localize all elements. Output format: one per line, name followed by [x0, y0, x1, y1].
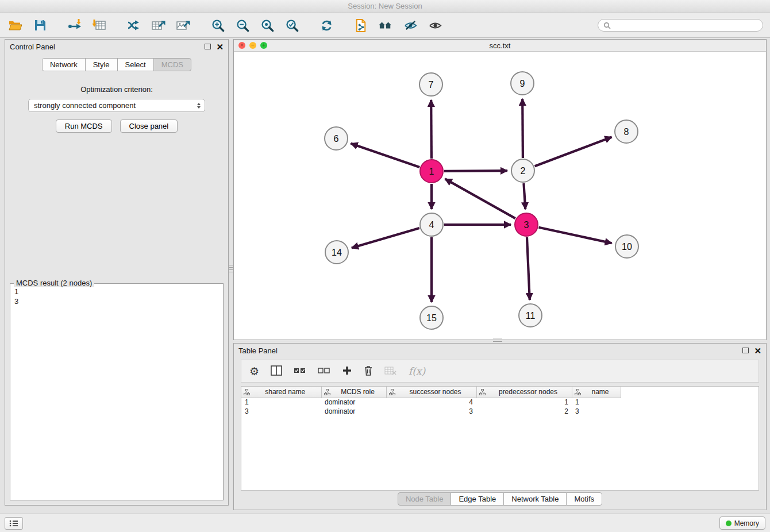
optimization-criterion-select[interactable]: strongly connected component: [28, 99, 205, 112]
memory-button[interactable]: Memory: [719, 516, 765, 530]
optimization-label: Optimization criterion:: [5, 85, 228, 94]
column-header-MCDS-role[interactable]: MCDS role: [321, 387, 386, 398]
table-cell[interactable]: dominator: [321, 407, 386, 416]
column-header-shared-name[interactable]: shared name: [241, 387, 321, 398]
search-input[interactable]: [614, 21, 757, 30]
zoom-out-icon: [236, 18, 250, 33]
mcds-result-list[interactable]: 13: [10, 284, 223, 309]
list-icon: [9, 520, 18, 527]
select-all-button[interactable]: [294, 367, 306, 376]
column-header-name[interactable]: name: [572, 387, 621, 398]
table-cell[interactable]: 1: [241, 398, 321, 407]
column-label: name: [591, 388, 609, 396]
run-mcds-button[interactable]: Run MCDS: [56, 119, 112, 133]
column-label: successor nodes: [409, 388, 461, 396]
graph-node-label: 4: [429, 220, 434, 230]
graph-edge-3-11[interactable]: [527, 237, 530, 300]
delete-column-button: [384, 366, 397, 377]
zoom-in-button[interactable]: [209, 17, 226, 34]
table-row[interactable]: 3dominator323: [241, 407, 621, 416]
graph-edge-1-7[interactable]: [431, 100, 432, 159]
column-layout-icon: [271, 365, 282, 376]
horizontal-splitter-handle[interactable]: [493, 338, 502, 342]
tab-mcds[interactable]: MCDS: [153, 58, 191, 71]
zoom-window-button[interactable]: +: [260, 42, 267, 49]
float-table-panel-button[interactable]: [742, 346, 749, 355]
graph-node-label: 6: [334, 134, 339, 144]
plus-icon: [342, 365, 352, 376]
tab-network-table[interactable]: Network Table: [503, 492, 567, 506]
minimize-window-button[interactable]: −: [249, 42, 256, 49]
column-header-successor-nodes[interactable]: successor nodes: [386, 387, 476, 398]
graph-edge-2-8[interactable]: [535, 137, 612, 167]
table-cell[interactable]: 3: [572, 407, 621, 416]
network-arrows-icon: [126, 18, 141, 32]
table-cell[interactable]: 3: [241, 407, 321, 416]
export-network-button[interactable]: [125, 17, 143, 34]
show-hide-button[interactable]: [426, 17, 444, 34]
network-window-titlebar[interactable]: ×−+ scc.txt: [234, 40, 766, 52]
control-panel-title: Control Panel: [10, 43, 55, 51]
save-session-button[interactable]: [32, 17, 49, 34]
network-list-button[interactable]: [5, 517, 23, 530]
table-cell[interactable]: dominator: [321, 398, 386, 407]
graph-edge-2-9[interactable]: [522, 99, 523, 158]
close-window-button[interactable]: ×: [238, 42, 245, 49]
import-network-button[interactable]: [66, 17, 83, 34]
graph-node-label: 14: [332, 248, 342, 257]
close-table-panel-icon[interactable]: ✕: [754, 346, 761, 355]
refresh-icon: [319, 18, 334, 33]
tab-select[interactable]: Select: [117, 58, 154, 71]
zoom-fit-button[interactable]: [259, 17, 276, 34]
import-group: [66, 17, 108, 34]
tab-network[interactable]: Network: [42, 58, 86, 71]
column-type-icon: [575, 389, 581, 397]
window-traffic-lights: ×−+: [238, 40, 267, 51]
float-panel-button[interactable]: [205, 43, 211, 51]
graph-edge-4-14[interactable]: [352, 228, 419, 248]
graph-node-label: 7: [429, 80, 434, 90]
graph-edge-1-2[interactable]: [444, 171, 507, 171]
table-row[interactable]: 1dominator411: [241, 398, 621, 407]
style-eye-icon: [403, 19, 418, 32]
table-cell[interactable]: 3: [386, 407, 476, 416]
export-table-button[interactable]: [150, 17, 167, 34]
add-row-button[interactable]: [342, 365, 352, 377]
memory-status-dot: [726, 521, 732, 526]
graph-edge-3-1[interactable]: [445, 179, 515, 218]
zoom-selected-button[interactable]: [283, 17, 301, 34]
table-cell[interactable]: 2: [476, 407, 572, 416]
table-settings-button[interactable]: ⚙: [249, 366, 259, 377]
vertical-splitter-handle[interactable]: [229, 265, 233, 273]
network-graph-canvas[interactable]: 7968124314101511: [234, 52, 766, 340]
close-panel-button[interactable]: Close panel: [120, 119, 178, 133]
visual-style-button[interactable]: [402, 17, 419, 34]
tab-edge-table[interactable]: Edge Table: [451, 492, 504, 506]
copy-view-button[interactable]: [352, 17, 369, 34]
tab-node-table[interactable]: Node Table: [398, 492, 452, 506]
table-cell[interactable]: 1: [476, 398, 572, 407]
tab-style[interactable]: Style: [85, 58, 118, 71]
export-image-button[interactable]: [175, 17, 192, 34]
table-cell[interactable]: 4: [386, 398, 476, 407]
graph-edge-3-10[interactable]: [539, 228, 612, 244]
graph-edge-1-6[interactable]: [351, 144, 420, 167]
refresh-button[interactable]: [318, 17, 335, 34]
import-table-button[interactable]: [91, 17, 108, 34]
table-cell[interactable]: 1: [572, 398, 621, 407]
open-session-button[interactable]: [7, 17, 24, 34]
graph-edge-2-3[interactable]: [523, 183, 525, 209]
dropdown-arrows-icon: [197, 103, 203, 109]
zoom-out-button[interactable]: [234, 17, 251, 34]
delete-column-icon: [384, 366, 397, 375]
control-panel-tabs: NetworkStyleSelectMCDS: [5, 58, 228, 71]
delete-row-button[interactable]: [364, 365, 373, 377]
column-layout-button[interactable]: [271, 365, 282, 377]
column-header-predecessor-nodes[interactable]: predecessor nodes: [476, 387, 572, 398]
home-button[interactable]: [377, 17, 394, 34]
window-titlebar[interactable]: Session: New Session: [0, 0, 770, 13]
tab-motifs[interactable]: Motifs: [566, 492, 602, 506]
search-box[interactable]: [598, 19, 763, 32]
close-panel-icon[interactable]: ✕: [216, 43, 224, 51]
deselect-all-button[interactable]: [318, 367, 330, 376]
